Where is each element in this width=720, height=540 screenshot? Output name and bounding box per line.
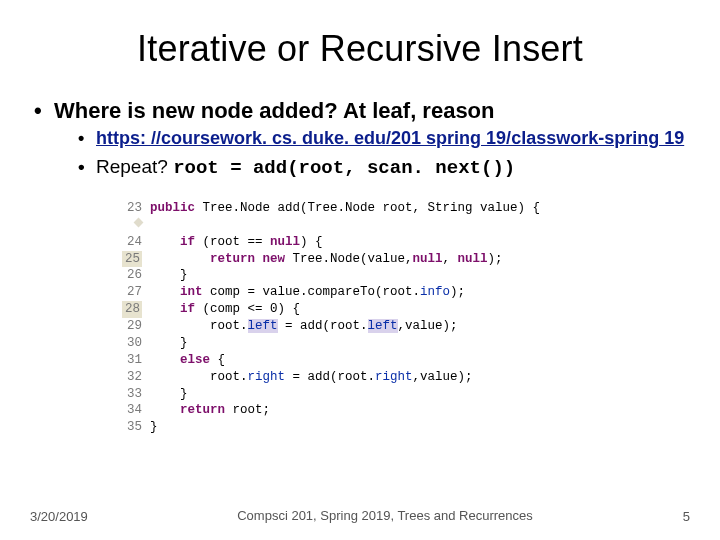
page-title: Iterative or Recursive Insert [28, 28, 692, 70]
gutter-line-number: 29 [116, 318, 150, 335]
breakpoint-icon [134, 217, 144, 227]
gutter-line-number: 30 [116, 335, 150, 352]
code-text: else { [150, 352, 225, 369]
code-text: if (comp <= 0) { [150, 301, 300, 318]
code-text: root.left = add(root.left,value); [150, 318, 458, 335]
footer-center: Compsci 201, Spring 2019, Trees and Recu… [120, 508, 650, 524]
repeat-code: root = add(root, scan. next()) [173, 157, 515, 179]
gutter-line-number: 25 [116, 251, 150, 268]
code-line: 31 else { [116, 352, 604, 369]
repeat-label: Repeat? [96, 156, 173, 177]
code-text: int comp = value.compareTo(root.info); [150, 284, 465, 301]
footer-page-number: 5 [650, 509, 690, 524]
gutter-line-number: 26 [116, 267, 150, 284]
code-text: } [150, 335, 188, 352]
code-screenshot: 23public Tree.Node add(Tree.Node root, S… [110, 196, 610, 442]
code-text: root.right = add(root.right,value); [150, 369, 473, 386]
gutter-line-number: 32 [116, 369, 150, 386]
code-text: return root; [150, 402, 270, 419]
code-text: } [150, 419, 158, 436]
code-text: if (root == null) { [150, 234, 323, 251]
slide: Iterative or Recursive Insert Where is n… [0, 0, 720, 540]
code-line: 27 int comp = value.compareTo(root.info)… [116, 284, 604, 301]
footer: 3/20/2019 Compsci 201, Spring 2019, Tree… [0, 508, 720, 524]
bullet-main: Where is new node added? At leaf, reason… [34, 98, 692, 182]
code-text: } [150, 386, 188, 403]
gutter-line-number: 23 [116, 200, 150, 234]
bullet-link-item: https: //coursework. cs. duke. edu/201 s… [78, 126, 692, 150]
code-line: 33 } [116, 386, 604, 403]
code-line: 29 root.left = add(root.left,value); [116, 318, 604, 335]
code-text: return new Tree.Node(value,null, null); [150, 251, 503, 268]
code-line: 25 return new Tree.Node(value,null, null… [116, 251, 604, 268]
gutter-line-number: 24 [116, 234, 150, 251]
gutter-line-number: 28 [116, 301, 150, 318]
code-text: } [150, 267, 188, 284]
code-line: 35} [116, 419, 604, 436]
code-line: 30 } [116, 335, 604, 352]
bullet-list: Where is new node added? At leaf, reason… [28, 98, 692, 182]
gutter-line-number: 31 [116, 352, 150, 369]
bullet-main-text: Where is new node added? At leaf, reason [54, 98, 495, 123]
code-text: public Tree.Node add(Tree.Node root, Str… [150, 200, 540, 234]
footer-date: 3/20/2019 [30, 509, 120, 524]
gutter-line-number: 27 [116, 284, 150, 301]
gutter-line-number: 35 [116, 419, 150, 436]
bullet-repeat-item: Repeat? root = add(root, scan. next()) [78, 154, 692, 182]
code-line: 32 root.right = add(root.right,value); [116, 369, 604, 386]
code-line: 34 return root; [116, 402, 604, 419]
sub-bullets: https: //coursework. cs. duke. edu/201 s… [54, 126, 692, 182]
code-line: 28 if (comp <= 0) { [116, 301, 604, 318]
coursework-link[interactable]: https: //coursework. cs. duke. edu/201 s… [96, 128, 684, 148]
gutter-line-number: 34 [116, 402, 150, 419]
code-line: 24 if (root == null) { [116, 234, 604, 251]
code-line: 23public Tree.Node add(Tree.Node root, S… [116, 200, 604, 234]
gutter-line-number: 33 [116, 386, 150, 403]
code-line: 26 } [116, 267, 604, 284]
